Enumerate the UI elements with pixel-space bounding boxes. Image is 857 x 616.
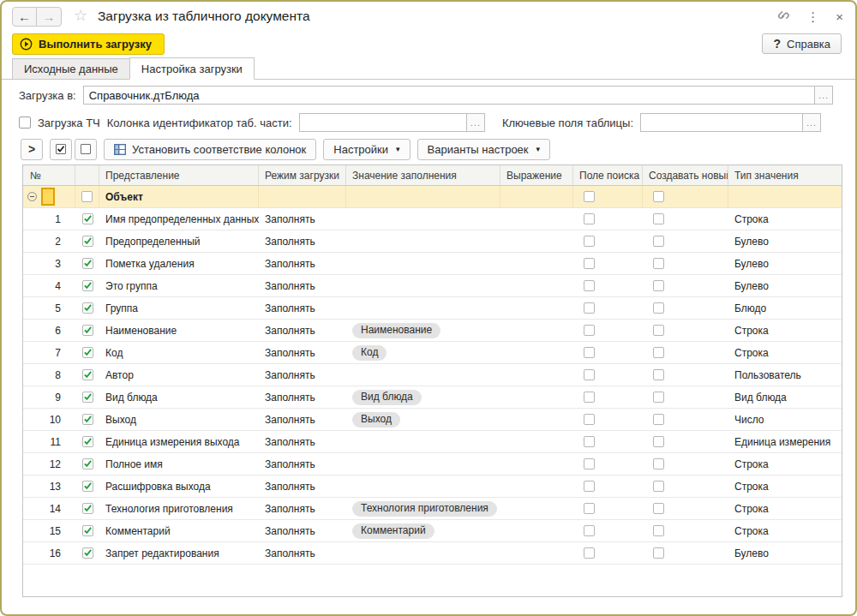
row-fill-value[interactable]: Код [346, 342, 500, 363]
row-include-cell[interactable] [75, 386, 99, 408]
id-column-choose-button[interactable]: ... [466, 114, 484, 131]
column-header[interactable]: Тип значения [728, 165, 842, 185]
table-row[interactable]: 4Это группаЗаполнятьБулево [23, 275, 842, 297]
row-expression[interactable] [500, 275, 573, 296]
uncheck-all-button[interactable] [75, 139, 97, 160]
row-search-field-cell[interactable] [573, 364, 643, 386]
table-row[interactable]: 12Полное имяЗаполнятьСтрока [23, 453, 842, 475]
row-include-checkbox[interactable] [82, 414, 93, 425]
table-row[interactable]: 3Пометка удаленияЗаполнятьБулево [23, 253, 842, 275]
search-field-checkbox[interactable] [584, 258, 595, 269]
row-create-new-cell[interactable] [643, 542, 728, 564]
row-create-new-cell[interactable] [643, 475, 728, 497]
row-expression[interactable] [500, 297, 573, 319]
create-new-checkbox[interactable] [653, 436, 664, 447]
column-header[interactable]: Выражение [500, 165, 573, 185]
table-row[interactable]: 9Вид блюдаЗаполнятьВид блюдаВид блюда [23, 386, 842, 409]
row-create-new-cell[interactable] [643, 409, 728, 430]
table-row[interactable]: 15КомментарийЗаполнятьКомментарийСтрока [23, 520, 842, 542]
table-row[interactable]: 1Имя предопределенных данныхЗаполнятьСтр… [23, 208, 842, 230]
row-include-checkbox[interactable] [82, 503, 93, 514]
row-include-cell[interactable] [75, 453, 99, 475]
table-row[interactable]: 5ГруппаЗаполнятьБлюдо [23, 297, 842, 320]
check-all-button[interactable] [50, 139, 72, 160]
search-field-checkbox[interactable] [584, 347, 595, 358]
group-include-checkbox[interactable] [81, 191, 93, 202]
row-search-field-cell[interactable] [573, 208, 643, 230]
row-create-new-cell[interactable] [643, 320, 728, 341]
row-include-cell[interactable] [75, 320, 99, 341]
more-menu-icon[interactable]: ⋮ [806, 10, 819, 24]
search-field-checkbox[interactable] [584, 503, 595, 514]
favorite-star-icon[interactable]: ☆ [74, 7, 87, 25]
fill-value-pill[interactable]: Технология приготовления [352, 501, 497, 517]
table-row[interactable]: 14Технология приготовленияЗаполнятьТехно… [23, 498, 842, 520]
row-include-checkbox[interactable] [82, 236, 93, 247]
search-field-checkbox[interactable] [584, 325, 595, 336]
row-load-mode[interactable]: Заполнять [259, 320, 346, 341]
search-field-checkbox[interactable] [584, 369, 595, 380]
link-icon[interactable] [776, 9, 790, 25]
tab-load-settings[interactable]: Настройка загрузки [129, 57, 255, 80]
row-create-new-cell[interactable] [643, 364, 728, 386]
load-to-input[interactable] [84, 87, 814, 104]
column-header[interactable]: Режим загрузки [259, 165, 346, 185]
group-search-field-checkbox[interactable] [584, 191, 595, 202]
row-include-checkbox[interactable] [82, 325, 93, 336]
search-field-checkbox[interactable] [584, 436, 595, 447]
table-row[interactable]: 2ПредопределенныйЗаполнятьБулево [23, 230, 842, 253]
row-fill-value[interactable]: Наименование [346, 320, 500, 341]
row-expression[interactable] [500, 520, 573, 541]
row-fill-value[interactable]: Технология приготовления [346, 498, 500, 519]
row-include-cell[interactable] [75, 542, 99, 564]
row-create-new-cell[interactable] [643, 297, 728, 319]
collapse-group-icon[interactable] [27, 192, 37, 201]
search-field-checkbox[interactable] [584, 525, 595, 536]
selected-cell[interactable] [41, 188, 55, 206]
row-create-new-cell[interactable] [643, 253, 728, 274]
row-include-checkbox[interactable] [82, 481, 93, 492]
search-field-checkbox[interactable] [584, 280, 595, 291]
row-load-mode[interactable]: Заполнять [259, 275, 346, 296]
row-fill-value[interactable] [346, 275, 500, 296]
row-load-mode[interactable]: Заполнять [259, 409, 346, 430]
row-load-mode[interactable]: Заполнять [259, 342, 346, 363]
row-load-mode[interactable]: Заполнять [259, 542, 346, 564]
row-load-mode[interactable]: Заполнять [259, 475, 346, 497]
row-fill-value[interactable] [346, 364, 500, 386]
row-include-cell[interactable] [75, 230, 99, 252]
back-button[interactable]: ← [13, 8, 37, 26]
row-include-cell[interactable] [75, 253, 99, 274]
key-fields-input[interactable] [641, 114, 802, 131]
row-search-field-cell[interactable] [573, 520, 643, 541]
row-expression[interactable] [500, 230, 573, 252]
row-create-new-cell[interactable] [643, 453, 728, 475]
set-column-mapping-button[interactable]: Установить соответствие колонок [104, 139, 316, 160]
row-load-mode[interactable]: Заполнять [259, 297, 346, 319]
row-expression[interactable] [500, 364, 573, 386]
row-search-field-cell[interactable] [573, 320, 643, 341]
row-include-checkbox[interactable] [82, 458, 93, 469]
execute-load-button[interactable]: Выполнить загрузку [12, 33, 165, 55]
row-fill-value[interactable]: Вид блюда [346, 386, 500, 408]
table-row[interactable]: 6НаименованиеЗаполнятьНаименованиеСтрока [23, 320, 842, 342]
row-fill-value[interactable]: Выход [346, 409, 500, 430]
create-new-checkbox[interactable] [653, 503, 664, 514]
tab-source-data[interactable]: Исходные данные [12, 58, 130, 80]
settings-variants-menu-button[interactable]: Варианты настроек ▾ [417, 139, 550, 160]
create-new-checkbox[interactable] [653, 302, 664, 314]
row-search-field-cell[interactable] [573, 431, 643, 452]
create-new-checkbox[interactable] [653, 236, 664, 247]
row-include-checkbox[interactable] [82, 547, 93, 559]
table-row[interactable]: 8АвторЗаполнятьПользователь [23, 364, 842, 386]
row-search-field-cell[interactable] [573, 542, 643, 564]
row-expression[interactable] [500, 409, 573, 430]
row-load-mode[interactable]: Заполнять [259, 230, 346, 252]
row-fill-value[interactable] [346, 253, 500, 274]
row-include-checkbox[interactable] [82, 213, 93, 224]
row-include-checkbox[interactable] [82, 302, 93, 314]
row-fill-value[interactable] [346, 297, 500, 319]
search-field-checkbox[interactable] [584, 236, 595, 247]
expand-panel-button[interactable]: > [21, 139, 43, 160]
row-expression[interactable] [500, 342, 573, 363]
